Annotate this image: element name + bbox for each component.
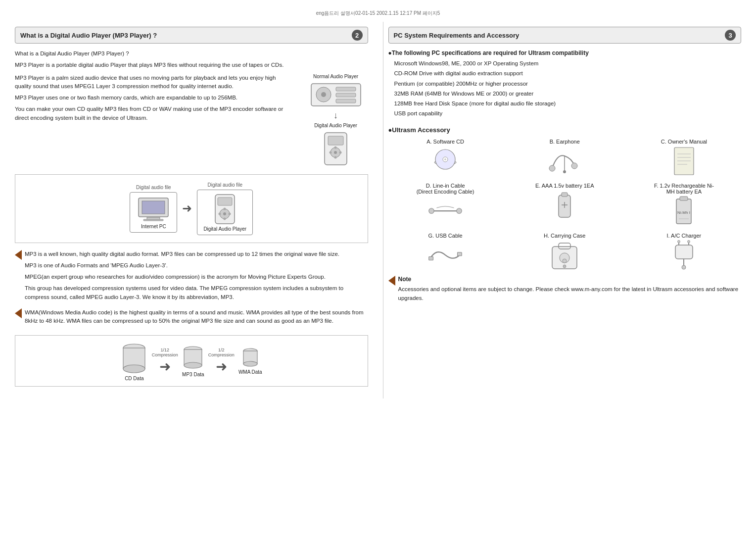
accessory-label-a: A. Software CD bbox=[426, 139, 464, 145]
normal-player-icon bbox=[309, 81, 363, 108]
svg-point-38 bbox=[444, 158, 446, 160]
carrying-case-icon bbox=[550, 239, 579, 271]
svg-point-28 bbox=[123, 365, 145, 373]
cd-data-icon bbox=[121, 342, 148, 374]
mp3-para4: This group has developed compression sys… bbox=[25, 284, 368, 301]
pc-spec-1: Microsoft Windows98, ME, 2000 or XP Oper… bbox=[388, 59, 742, 68]
digital-player-small-icon bbox=[322, 130, 349, 167]
accessory-label-i: I. A/C Charger bbox=[667, 233, 702, 239]
pc-spec-6: USB port capability bbox=[388, 109, 742, 118]
accessory-img-d bbox=[428, 198, 463, 225]
digital-player-label: Digital Audio Player bbox=[203, 226, 246, 232]
digital-audio-label-top: Digital Audio Player bbox=[314, 123, 357, 128]
accessory-img-f: Ni-Mh I bbox=[666, 198, 701, 225]
svg-point-24 bbox=[224, 207, 226, 210]
para1: MP3 Player is a portable digital audio P… bbox=[15, 61, 368, 69]
accessory-img-b bbox=[547, 148, 582, 175]
svg-point-10 bbox=[330, 151, 332, 153]
accessory-heading: ●Ultrasm Accessory bbox=[388, 126, 742, 134]
header-text: eng음드리 설명서02-01-15 2002.1.15 12:17 PM 페이… bbox=[316, 10, 440, 16]
accessory-manual: C. Owner's Manual bbox=[627, 139, 741, 175]
left-section-header: What is a Digital Audio Player (MP3 Play… bbox=[15, 27, 368, 44]
digital-player-flow-icon bbox=[214, 193, 236, 225]
wma-cylinder: WMA Data bbox=[238, 347, 262, 375]
nimh-icon: Ni-Mh I bbox=[674, 195, 694, 227]
software-cd-icon bbox=[430, 149, 460, 173]
flow-diagram: Digital audio file Internet PC ➜ Digital… bbox=[15, 174, 368, 243]
svg-point-34 bbox=[243, 361, 257, 366]
svg-point-71 bbox=[677, 241, 680, 243]
accessory-img-c bbox=[666, 148, 701, 175]
manual-icon bbox=[670, 145, 698, 177]
mp3-para2: MP3 is one of Audio Formats and 'MPEG Au… bbox=[25, 261, 368, 270]
line-cable-icon bbox=[428, 200, 463, 222]
para2: MP3 Player is a palm sized audio device … bbox=[15, 74, 294, 91]
comp-arrow-2: ➜ bbox=[216, 358, 227, 375]
digital-file-label-2: Digital audio file bbox=[207, 182, 242, 188]
wma-para1: WMA(Windows Media Audio code) is the hig… bbox=[25, 308, 368, 326]
svg-rect-4 bbox=[336, 93, 356, 97]
svg-point-11 bbox=[339, 151, 342, 153]
accessory-label-c: C. Owner's Manual bbox=[661, 139, 707, 145]
right-section: PC System Requirements and Accessory 3 ●… bbox=[383, 22, 747, 398]
comp-label-1: 1/12 Compression bbox=[152, 347, 178, 357]
cd-data-label: CD Data bbox=[125, 376, 143, 381]
svg-rect-60 bbox=[458, 252, 462, 255]
svg-rect-66 bbox=[675, 245, 693, 259]
svg-point-39 bbox=[549, 165, 555, 171]
svg-point-72 bbox=[687, 241, 690, 243]
svg-point-13 bbox=[334, 156, 337, 158]
note-triangle-marker bbox=[388, 276, 395, 286]
wma-data-icon bbox=[241, 347, 260, 368]
internet-pc-label: Internet PC bbox=[136, 224, 171, 229]
mp3-para1: MP3 is a well known, high quality digita… bbox=[25, 250, 368, 258]
svg-point-50 bbox=[457, 208, 462, 213]
note-section: Note Accessories and optional items are … bbox=[388, 276, 742, 303]
svg-point-31 bbox=[184, 362, 202, 368]
pc-specs-section: ●The following PC specifications are req… bbox=[388, 50, 742, 118]
right-section-title: PC System Requirements and Accessory bbox=[394, 32, 520, 39]
svg-rect-59 bbox=[429, 256, 433, 260]
accessory-label-e: E. AAA 1.5v battery 1EA bbox=[535, 183, 594, 189]
triangle-marker-1 bbox=[15, 250, 22, 260]
mp3-cylinder: MP3 Data bbox=[182, 345, 204, 377]
normal-audio-label: Normal Audio Player bbox=[313, 74, 358, 79]
svg-point-42 bbox=[563, 170, 566, 173]
svg-rect-3 bbox=[336, 87, 356, 91]
svg-rect-19 bbox=[218, 198, 232, 205]
section-number-2: 2 bbox=[352, 30, 363, 41]
svg-point-23 bbox=[229, 212, 231, 215]
mp3-data-label: MP3 Data bbox=[182, 372, 204, 377]
accessory-img-a bbox=[428, 148, 463, 175]
accessory-label-b: B. Earphone bbox=[550, 139, 580, 145]
accessory-line-cable: D. Line-in Cable(Direct Encoding Cable) bbox=[388, 183, 503, 225]
digital-file-label-1: Digital audio file bbox=[136, 185, 171, 190]
intro-text: What is a Digital Audio Player (MP3 Play… bbox=[15, 50, 368, 58]
left-section: What is a Digital Audio Player (MP3 Play… bbox=[10, 22, 373, 398]
accessory-label-d: D. Line-in Cable(Direct Encoding Cable) bbox=[417, 183, 474, 195]
svg-point-65 bbox=[563, 265, 566, 268]
accessory-label-f: F. 1.2v Rechargeable Ni-MH battery EA bbox=[654, 183, 714, 195]
svg-point-40 bbox=[571, 163, 577, 169]
cd-cylinder: CD Data bbox=[121, 341, 148, 381]
compression-diagram: CD Data 1/12 Compression ➜ MP3 Data bbox=[15, 335, 368, 387]
svg-point-2 bbox=[321, 92, 326, 97]
svg-rect-52 bbox=[562, 193, 567, 197]
wma-data-label: WMA Data bbox=[238, 369, 262, 375]
earphone-icon bbox=[547, 149, 582, 173]
svg-point-49 bbox=[429, 208, 434, 213]
svg-rect-7 bbox=[328, 136, 343, 145]
internet-pc-box: Internet PC bbox=[130, 192, 177, 233]
svg-point-64 bbox=[563, 259, 567, 263]
comp-label-2: 1/2 Compression bbox=[208, 347, 235, 357]
page-header: eng음드리 설명서02-01-15 2002.1.15 12:17 PM 페이… bbox=[10, 10, 746, 17]
accessory-label-h: H. Carrying Case bbox=[544, 233, 585, 239]
para3: MP3 Player uses one or two flash memory … bbox=[15, 94, 294, 102]
comp-arrow-1: ➜ bbox=[159, 358, 171, 375]
player-diagram: Normal Audio Player ↓ Digital Audio Play… bbox=[304, 74, 368, 167]
svg-rect-56 bbox=[680, 197, 688, 200]
note-title: Note bbox=[398, 276, 742, 283]
accessory-grid: A. Software CD B. Earphone bbox=[388, 139, 742, 269]
para4: You can make your own CD quality MP3 fil… bbox=[15, 105, 294, 122]
svg-point-21 bbox=[223, 212, 226, 215]
